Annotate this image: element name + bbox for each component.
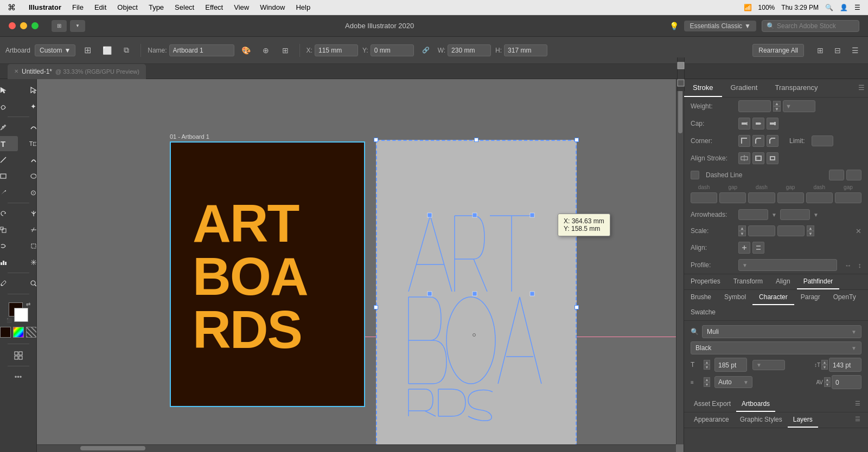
dash-input-2[interactable] [748,192,775,203]
fill-stroke-swatches[interactable]: ⇄ ⬛ [9,302,28,322]
menu-file[interactable]: File [67,3,89,11]
landscape-icon[interactable]: ⬜ [99,43,114,58]
color-picker-icon[interactable]: 🎨 [239,43,254,58]
scale-stepper1[interactable]: ▲ ▼ [738,225,746,236]
expand-icon[interactable]: ▼ [70,20,85,32]
constrain-proportions-icon[interactable]: 🔗 [418,43,433,58]
profile-select[interactable]: ▼ [738,259,837,271]
rearrange-all-button[interactable]: Rearrange All [752,44,804,57]
gradient-icon[interactable] [0,327,11,338]
weight-input[interactable] [738,100,771,112]
pen-tool[interactable] [0,120,18,135]
arc-tool[interactable] [19,152,37,167]
gradient-swatch-icon[interactable] [674,77,687,89]
h-input[interactable] [504,44,547,56]
profile-flip-icon[interactable]: ↕ [858,261,862,269]
alt-size-input[interactable]: 143 pt [829,358,861,372]
apple-menu[interactable]: ⌘ [0,3,23,12]
eyedropper-tool[interactable] [0,276,18,291]
panel-options-icon[interactable]: ☰ [847,43,863,58]
menu-view[interactable]: View [228,3,254,11]
type-tool[interactable]: T [0,136,18,151]
free-transform-tool[interactable] [19,238,37,254]
corner-bevel[interactable] [767,135,778,147]
cap-square[interactable] [767,118,778,130]
layers-more[interactable]: ☰ [852,412,864,428]
horizontal-scroll-thumb[interactable] [80,446,145,450]
menu-help[interactable]: Help [290,3,316,11]
rectangle-tool[interactable] [0,169,18,184]
ellipse-tool[interactable] [19,169,37,184]
zoom-tool[interactable] [19,276,37,291]
grid-icon[interactable]: ⊞ [813,43,828,58]
discover-icon[interactable]: 💡 [669,22,679,30]
weight-unit-dropdown[interactable]: ▼ [783,100,815,112]
scale-tool[interactable] [0,222,18,237]
x-input[interactable] [315,44,358,56]
mesh-tool[interactable] [19,255,37,270]
align-tab[interactable]: Align [769,274,797,289]
dashed-style-2[interactable] [846,170,861,180]
more-tools[interactable]: ••• [4,369,33,384]
none-icon[interactable] [26,327,37,338]
scale-input2[interactable] [777,225,805,236]
pathfinder-tab[interactable]: Pathfinder [797,274,840,289]
asset-export-tab[interactable]: Asset Export [688,397,736,412]
handle-tc[interactable] [474,138,478,142]
y-input[interactable] [371,44,414,56]
handle-tr[interactable] [575,138,579,142]
canvas-area[interactable]: ARTBOARDS 01 - Artboard 1 [37,79,684,452]
tracking-stepper[interactable]: ▲ ▼ [824,377,831,387]
menu-object[interactable]: Object [112,3,143,11]
preset-dropdown[interactable]: Custom ▼ [35,44,75,56]
scale-stepper2[interactable]: ▲ ▼ [807,225,814,236]
dashed-style-1[interactable] [829,170,844,180]
tab-close-icon[interactable]: ✕ [14,68,18,74]
menu-effect[interactable]: Effect [200,3,228,11]
line-tool[interactable] [0,152,18,167]
align-inside[interactable] [752,152,764,164]
alt-size-stepper[interactable]: ▲ ▼ [821,360,828,370]
blob-brush-tool[interactable]: ⊙ [19,185,37,200]
brushes-tab[interactable]: Brushe [684,290,718,305]
font-family-select[interactable]: Muli ▼ [702,325,861,338]
transform-tab[interactable]: Transform [727,274,769,289]
scale-close-icon[interactable]: ✕ [856,227,861,235]
show-crosshairs-icon[interactable]: ⊞ [278,43,293,58]
align-right-icon[interactable]: ⊟ [830,43,845,58]
artboard1[interactable]: ARTBOARDS [170,141,365,407]
align-outside[interactable] [767,152,778,164]
gap-input-1[interactable] [719,192,746,203]
dash-input-3[interactable] [806,192,833,203]
show-center-mark-icon[interactable]: ⊕ [258,43,273,58]
swatches-tab[interactable]: Swatche [684,305,722,320]
appearance-tab[interactable]: Appearance [688,412,735,428]
stroke-swatch[interactable] [14,308,28,322]
align-btn-2[interactable] [752,242,764,254]
properties-tab[interactable]: Properties [684,274,727,289]
dashed-line-checkbox[interactable] [691,171,699,179]
gradient-tab[interactable]: Gradient [722,79,767,97]
paintbrush-tool[interactable] [0,185,18,200]
stock-search-bar[interactable]: 🔍 Search Adobe Stock [762,20,859,32]
vertical-scrollbar[interactable] [676,79,684,444]
size-unit-dropdown[interactable]: ▼ [752,360,785,370]
reflect-tool[interactable] [19,206,37,221]
gap-input-2[interactable] [777,192,804,203]
transparency-tab[interactable]: Transparency [766,79,826,97]
menu-window[interactable]: Window [254,3,290,11]
close-button[interactable] [9,22,16,29]
grid-view-icon[interactable]: ⊞ [52,20,67,32]
search-font-icon[interactable]: 🔍 [691,328,699,335]
lasso-tool[interactable] [0,99,18,114]
w-input[interactable] [448,44,491,56]
symbols-tab[interactable]: Symbol [718,290,752,305]
shear-tool[interactable] [19,222,37,237]
handle-mr[interactable] [575,305,579,309]
swap-colors-icon[interactable]: ⇄ [26,301,30,307]
gradient-fill-icon[interactable] [13,327,24,338]
cap-round[interactable] [752,118,764,130]
artboards-tab[interactable]: Artboards [736,397,775,412]
area-type-tool[interactable]: T⊡ [19,136,37,151]
selection-tool[interactable] [0,82,18,98]
